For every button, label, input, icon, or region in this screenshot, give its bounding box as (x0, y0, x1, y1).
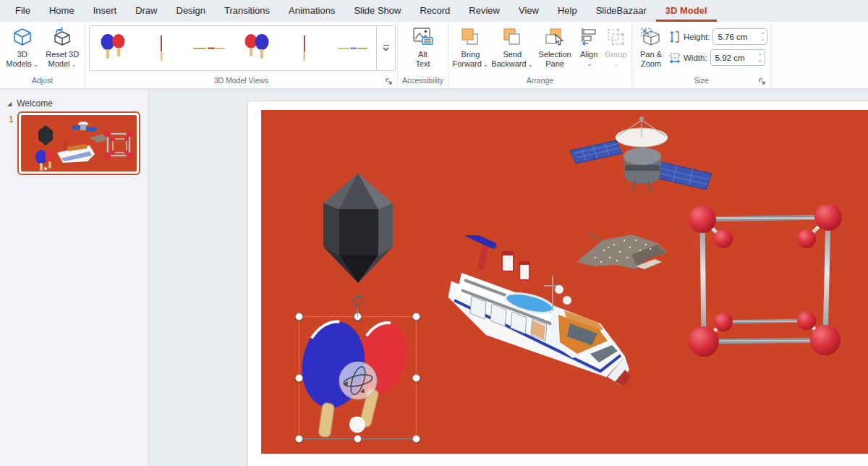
tab-file[interactable]: File (6, 0, 40, 22)
slide-page[interactable] (248, 101, 868, 466)
workspace: ◢ Welcome 1 (0, 90, 868, 466)
height-input[interactable] (713, 33, 751, 41)
group-label-3d-model-views: 3D Model Views (88, 75, 395, 88)
slide-number: 1 (0, 111, 17, 124)
reset-3d-model-button[interactable]: Reset 3D Model⌄ (43, 24, 83, 69)
height-spinner: ⌃ ⌄ (712, 28, 767, 45)
ribbon: 3D Models⌄ Reset 3D Model⌄ Adjust (0, 22, 868, 90)
button-label: Bring (461, 50, 480, 59)
rotate-handle-stem (357, 308, 358, 317)
tab-slidebazaar[interactable]: SlideBazaar (587, 0, 656, 22)
button-label: Model⌄ (48, 59, 77, 69)
button-label: Models⌄ (6, 59, 38, 69)
rotate-handle-icon[interactable] (351, 294, 365, 308)
slide-canvas (150, 90, 868, 466)
tab-animations[interactable]: Animations (279, 0, 344, 22)
bring-forward-button[interactable]: Bring Forward⌄ (451, 24, 490, 69)
width-spinner: ⌃ ⌄ (710, 49, 765, 66)
resize-handle-sw[interactable] (295, 435, 303, 443)
resize-handle-e[interactable] (412, 374, 420, 382)
height-label: Height: (684, 33, 710, 41)
group-arrange: Bring Forward⌄ Send Backward⌄ Selection … (448, 22, 632, 88)
pan-zoom-icon (640, 26, 662, 48)
tab-review[interactable]: Review (459, 0, 509, 22)
button-label: Pan & (640, 50, 662, 59)
width-icon (669, 51, 681, 64)
tab-home[interactable]: Home (40, 0, 84, 22)
tab-record[interactable]: Record (410, 0, 459, 22)
chevron-down-icon: ⌄ (614, 59, 620, 69)
spinner-down-icon[interactable]: ⌄ (761, 37, 765, 41)
button-label: Reset 3D (46, 50, 79, 59)
section-collapse-icon[interactable]: ◢ (7, 101, 12, 107)
group-button[interactable]: Group ⌄ (603, 24, 629, 69)
button-label: Group (605, 50, 627, 59)
alt-text-button[interactable]: Alt Text (403, 24, 443, 69)
gallery-items (89, 25, 377, 71)
width-label: Width: (684, 54, 707, 62)
dialog-launcher-icon[interactable] (385, 77, 393, 86)
section-header[interactable]: ◢ Welcome (0, 90, 148, 111)
tab-insert[interactable]: Insert (84, 0, 127, 22)
tab-view[interactable]: View (509, 0, 548, 22)
button-label: Text (415, 59, 430, 69)
button-label: Align (580, 50, 597, 59)
3d-models-button[interactable]: 3D Models⌄ (2, 24, 43, 69)
button-label: Forward⌄ (453, 59, 489, 69)
button-label: Backward⌄ (491, 59, 533, 69)
group-label-accessibility: Accessibility (400, 75, 446, 88)
selection-pane-button[interactable]: Selection Pane (535, 24, 576, 69)
gallery-view-front[interactable] (90, 26, 137, 70)
tab-transitions[interactable]: Transitions (215, 0, 279, 22)
chevron-down-icon: ⌄ (33, 61, 39, 68)
gallery-view-top[interactable] (185, 26, 233, 70)
gallery-view-back[interactable] (233, 26, 281, 70)
tab-slide-show[interactable]: Slide Show (344, 0, 410, 22)
button-label: Alt (418, 50, 427, 59)
slide-1-thumbnail[interactable] (17, 111, 140, 175)
tab-3d-model[interactable]: 3D Model (656, 0, 717, 22)
group-size: Pan & Zoom Height: ⌃ ⌄ (632, 22, 771, 88)
gallery-view-bottom[interactable] (328, 26, 376, 70)
gallery-more-button[interactable] (377, 25, 396, 71)
send-backward-button[interactable]: Send Backward⌄ (490, 24, 535, 69)
group-accessibility: Alt Text Accessibility (398, 22, 448, 88)
align-button[interactable]: Align ⌄ (576, 24, 603, 69)
button-label: 3D (17, 50, 27, 59)
gallery-view-side-left[interactable] (137, 26, 185, 70)
chevron-down-icon: ⌄ (71, 61, 77, 68)
3d-rotate-gizmo-icon[interactable] (338, 360, 378, 401)
tab-help[interactable]: Help (548, 0, 587, 22)
resize-handle-nw[interactable] (295, 313, 303, 321)
resize-handle-s[interactable] (354, 435, 362, 443)
group-3d-model-views: 3D Model Views (85, 22, 398, 88)
selection-pane-icon (545, 26, 565, 48)
tab-design[interactable]: Design (167, 0, 215, 22)
chevron-down-icon: ⌄ (483, 61, 489, 68)
satellite-model[interactable] (569, 114, 717, 195)
resize-handle-w[interactable] (295, 374, 303, 382)
spinner-down-icon[interactable]: ⌄ (758, 58, 762, 62)
pan-zoom-button[interactable]: Pan & Zoom (634, 24, 668, 69)
button-label: Zoom (641, 59, 661, 69)
gallery-view-side-right[interactable] (281, 26, 328, 70)
resize-handle-se[interactable] (412, 435, 420, 443)
button-label: Send (503, 50, 522, 59)
group-label-adjust: Adjust (2, 75, 82, 88)
black-crystal-model[interactable] (320, 171, 396, 284)
resize-handle-ne[interactable] (412, 313, 420, 321)
width-input[interactable] (711, 54, 749, 62)
height-icon (669, 30, 681, 43)
stingray-model[interactable] (574, 229, 671, 275)
dialog-launcher-icon[interactable] (758, 77, 767, 86)
slide-background[interactable] (261, 110, 868, 454)
selection-bounding-box[interactable] (299, 316, 417, 439)
send-backward-icon (503, 26, 522, 48)
group-adjust: 3D Models⌄ Reset 3D Model⌄ Adjust (0, 22, 85, 88)
chevron-down-icon: ⌄ (587, 59, 592, 69)
slide-thumbnail-panel: ◢ Welcome 1 (0, 90, 149, 466)
tab-draw[interactable]: Draw (126, 0, 166, 22)
3d-model-views-gallery (89, 25, 396, 71)
molecule-cube-model[interactable] (687, 205, 867, 365)
slide-1-thumbnail-preview (21, 115, 137, 171)
